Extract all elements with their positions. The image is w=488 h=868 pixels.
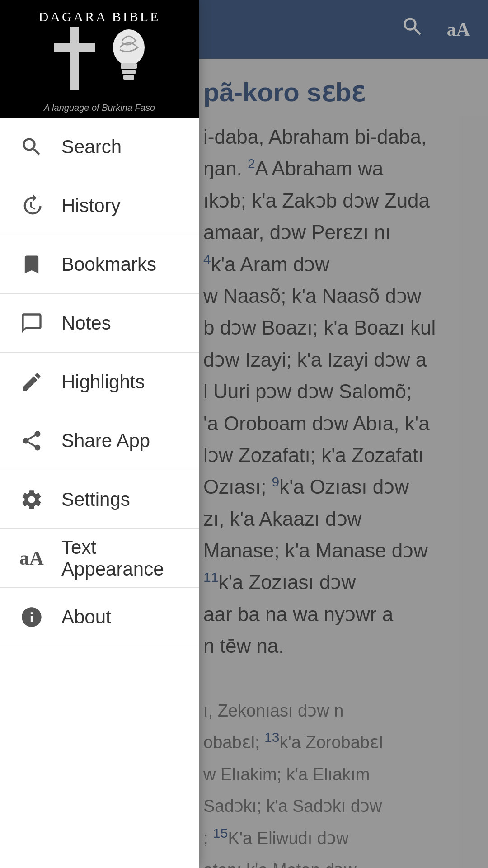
drawer-dismiss-area[interactable]	[199, 0, 488, 868]
svg-point-2	[113, 29, 145, 66]
menu-item-search[interactable]: Search	[0, 118, 199, 176]
menu-item-notes[interactable]: Notes	[0, 294, 199, 353]
app-subtitle: A language of Burkina Faso	[0, 103, 199, 113]
menu-item-about[interactable]: About	[0, 588, 199, 646]
svg-rect-0	[70, 27, 79, 90]
bookmark-icon	[18, 251, 45, 278]
notes-label: Notes	[61, 312, 111, 334]
svg-rect-4	[122, 70, 136, 74]
menu-item-highlights[interactable]: Highlights	[0, 353, 199, 411]
svg-rect-5	[123, 75, 134, 80]
text-size-menu-icon: aA	[18, 545, 45, 572]
share-label: Share App	[61, 430, 150, 452]
highlight-icon	[18, 368, 45, 396]
search-label: Search	[61, 136, 122, 158]
svg-rect-3	[121, 63, 137, 69]
svg-rect-1	[54, 43, 95, 52]
settings-icon	[18, 486, 45, 513]
menu-item-settings[interactable]: Settings	[0, 470, 199, 529]
history-label: History	[61, 195, 121, 217]
about-label: About	[61, 606, 111, 628]
share-icon	[18, 427, 45, 454]
notes-icon	[18, 310, 45, 337]
highlights-label: Highlights	[61, 371, 145, 393]
menu-item-bookmarks[interactable]: Bookmarks	[0, 235, 199, 294]
bulb-icon	[106, 23, 151, 95]
drawer-overlay: DAGARA BIBLE	[0, 0, 488, 868]
settings-label: Settings	[61, 489, 130, 510]
app-title: DAGARA BIBLE	[0, 9, 199, 24]
menu-item-history[interactable]: History	[0, 176, 199, 235]
info-icon	[18, 604, 45, 631]
cross-icon	[47, 23, 102, 95]
text-appearance-label: Text Appearance	[61, 537, 181, 580]
bookmarks-label: Bookmarks	[61, 254, 156, 275]
drawer-header: DAGARA BIBLE	[0, 0, 199, 118]
app-logo	[47, 23, 151, 95]
history-icon	[18, 192, 45, 219]
menu-item-share[interactable]: Share App	[0, 411, 199, 470]
drawer-menu: Search History Bookmarks	[0, 118, 199, 868]
menu-item-text-appearance[interactable]: aA Text Appearance	[0, 529, 199, 588]
search-icon	[18, 133, 45, 160]
navigation-drawer: DAGARA BIBLE	[0, 0, 199, 868]
